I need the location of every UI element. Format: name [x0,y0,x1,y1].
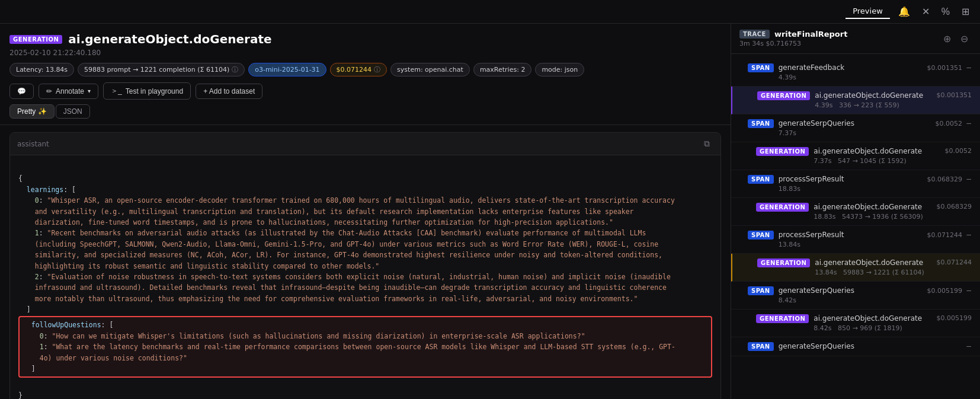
generation-badge-5: GENERATION [757,258,810,267]
trace-meta: 3m 34s $0.716753 [739,40,847,47]
json-view-button[interactable]: JSON [56,104,90,119]
copy-button[interactable]: ⧉ [700,138,713,150]
comment-icon: 💬 [17,87,26,95]
tag-system: system: openai.chat [390,63,470,76]
expand-icon-4[interactable]: − [966,231,972,239]
bell-icon: 🔔 [898,7,910,17]
percent-button[interactable]: % [938,4,953,20]
code-content: { learnings: [ 0: "Whisper ASR, an open-… [10,155,720,399]
assistant-label: assistant [17,140,49,148]
trace-item-generateSerpQueries2[interactable]: SPAN generateSerpQueries 8.42s $0.005199… [731,282,980,309]
trace-item-generateSerpQueries[interactable]: SPAN generateSerpQueries 7.37s $0.0052 − [731,114,980,142]
view-toggle: Pretty ✨ JSON [9,104,721,119]
generation-badge-3: GENERATION [756,147,809,156]
bell-button[interactable]: 🔔 [895,4,914,20]
span-badge-2: SPAN [748,119,774,128]
expand-icon-3[interactable]: − [966,175,972,183]
assistant-block: assistant ⧉ { learnings: [ 0: "Whisper A… [9,132,721,399]
tokens-info-icon[interactable]: ⓘ [232,65,238,74]
trace-header: TRACE writeFinalReport 3m 34s $0.716753 … [731,24,980,54]
generation-badge-6: GENERATION [756,314,809,323]
close-icon: ✕ [922,7,930,17]
main-layout: GENERATION ai.generateObject.doGenerate … [0,24,980,399]
add-icon: ⊕ [943,34,951,44]
highlighted-follow-up: followUpQuestions: [ 0: "How can we miti… [18,316,712,378]
copy-icon: ⧉ [704,139,710,148]
span-badge: SPAN [748,63,774,72]
trace-item-generateFeedback[interactable]: SPAN generateFeedback 4.39s $0.001351 − [731,59,980,87]
preview-tab[interactable]: Preview [846,4,890,19]
span-badge-4: SPAN [748,231,774,240]
trace-item-gen-generateFeedback[interactable]: GENERATION ai.generateObject.doGenerate … [731,87,980,114]
pencil-icon: ✏ [46,87,52,95]
top-bar: Preview 🔔 ✕ % ⊞ [0,0,980,24]
expand-icon-6[interactable]: − [966,342,972,350]
trace-item-gen-active[interactable]: GENERATION ai.generateObject.doGenerate … [731,254,980,282]
trace-item-gen-serpqueries[interactable]: GENERATION ai.generateObject.doGenerate … [731,142,980,170]
trace-item-generateSerpQueries3[interactable]: SPAN generateSerpQueries − [731,337,980,356]
tag-latency: Latency: 13.84s [9,63,74,76]
expand-icon-5[interactable]: − [966,286,972,295]
generation-badge-4: GENERATION [756,203,809,212]
left-panel: GENERATION ai.generateObject.doGenerate … [0,24,731,399]
terminal-icon: ＞_ [111,86,122,96]
tag-retries: maxRetries: 2 [473,63,531,76]
tags-row: Latency: 13.84s 59883 prompt → 1221 comp… [9,63,721,76]
filter-icon: ⊞ [962,7,969,17]
percent-icon: % [941,7,950,17]
assistant-header: assistant ⧉ [10,133,720,155]
trace-item-gen-serp1[interactable]: GENERATION ai.generateObject.doGenerate … [731,198,980,226]
remove-icon: ⊖ [960,34,968,44]
content-area[interactable]: assistant ⧉ { learnings: [ 0: "Whisper A… [0,125,731,399]
playground-button[interactable]: ＞_ Test in playground [103,82,191,100]
action-row: 💬 ✏ Annotate ▾ ＞_ Test in playground + A… [9,82,721,100]
annotate-chevron-icon: ▾ [88,88,91,94]
filter-button[interactable]: ⊞ [958,4,973,20]
trace-item-processSerpResult2[interactable]: SPAN processSerpResult 13.84s $0.071244 … [731,226,980,254]
right-panel: TRACE writeFinalReport 3m 34s $0.716753 … [731,24,980,399]
expand-icon-2[interactable]: − [966,119,972,127]
trace-badge: TRACE [739,30,770,39]
close-button[interactable]: ✕ [918,4,933,20]
tag-cost: $0.071244 ⓘ [330,63,387,76]
span-badge-6: SPAN [748,342,774,351]
tag-tokens: 59883 prompt → 1221 completion (Σ 61104)… [78,63,245,76]
trace-list[interactable]: SPAN generateFeedback 4.39s $0.001351 − [731,54,980,399]
trace-title-area: TRACE writeFinalReport 3m 34s $0.716753 [739,30,847,47]
gen-timestamp: 2025-02-10 21:22:40.180 [9,49,721,57]
trace-item-processSerpResult1[interactable]: SPAN processSerpResult 18.83s $0.068329 … [731,170,980,198]
tag-model: o3-mini-2025-01-31 [248,63,326,76]
span-badge-3: SPAN [748,175,774,184]
tag-mode: mode: json [535,63,584,76]
gen-title-row: GENERATION ai.generateObject.doGenerate [9,32,721,46]
expand-icon[interactable]: − [966,63,972,72]
trace-name: writeFinalReport [774,30,847,39]
trace-title-row: TRACE writeFinalReport [739,30,847,39]
span-badge-5: SPAN [748,286,774,295]
trace-remove-button[interactable]: ⊖ [957,32,972,46]
comment-button[interactable]: 💬 [9,84,34,99]
trace-item-gen-serpqueries2[interactable]: GENERATION ai.generateObject.doGenerate … [731,309,980,337]
add-dataset-button[interactable]: + Add to dataset [196,84,262,99]
gen-title: ai.generateObject.doGenerate [68,32,271,46]
trace-add-button[interactable]: ⊕ [940,32,955,46]
generation-badge: GENERATION [9,35,62,44]
pretty-view-button[interactable]: Pretty ✨ [9,104,55,119]
cost-info-icon[interactable]: ⓘ [374,65,380,74]
annotate-button[interactable]: ✏ Annotate ▾ [39,84,98,99]
trace-actions: ⊕ ⊖ [940,32,972,46]
generation-header: GENERATION ai.generateObject.doGenerate … [0,24,731,125]
generation-badge-2: GENERATION [757,91,810,100]
